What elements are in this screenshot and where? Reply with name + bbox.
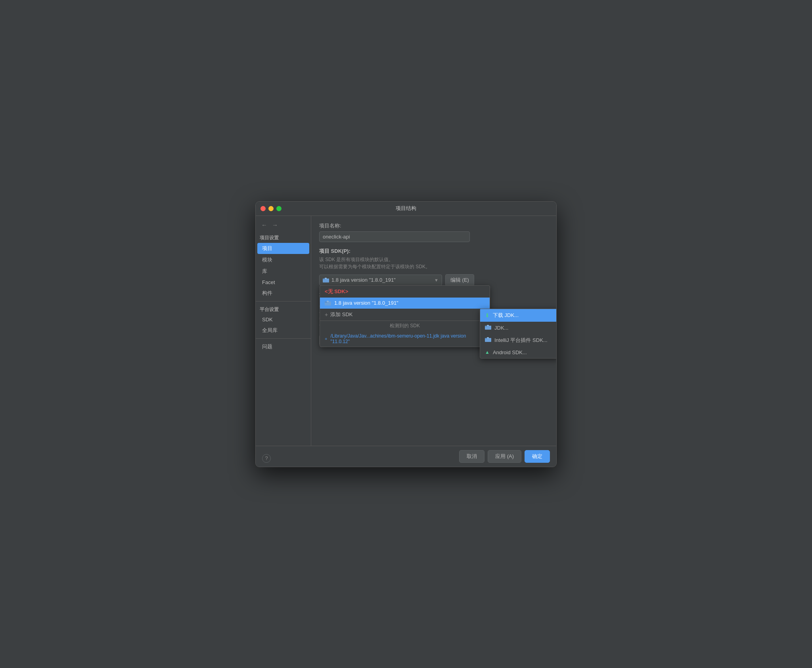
sidebar-divider-1 [256, 301, 311, 302]
sdk-dropdown-popup: <无 SDK> 1.8 java version " [320, 285, 490, 347]
sdk-dropdown[interactable]: 1.8 java version "1.8.0_191" ▼ <无 SDK> [319, 275, 442, 286]
project-name-input[interactable] [319, 231, 470, 242]
cancel-button[interactable]: 取消 [459, 450, 485, 463]
dropdown-chevron-icon: ▼ [434, 278, 439, 282]
sidebar-item-artifact[interactable]: 构件 [257, 288, 309, 299]
platform-settings-label: 平台设置 [256, 304, 311, 314]
edit-sdk-button[interactable]: 编辑 (E) [445, 274, 474, 286]
sdk-section-title: 项目 SDK(P): [319, 248, 548, 255]
project-name-label: 项目名称: [319, 222, 548, 229]
svg-rect-11 [487, 337, 489, 338]
close-button[interactable] [260, 206, 266, 211]
content-area: 项目名称: 项目 SDK(P): 该 SDK 是所有项目模块的默认值。 可以根据… [311, 216, 556, 446]
dropdown-item-no-sdk[interactable]: <无 SDK> [320, 286, 490, 298]
back-arrow[interactable]: ← [260, 221, 269, 229]
sidebar-item-problems[interactable]: 问题 [257, 341, 309, 352]
project-settings-label: 项目设置 [256, 232, 311, 242]
submenu-jdk[interactable]: JDK... [480, 322, 556, 334]
maximize-button[interactable] [276, 206, 282, 211]
svg-rect-5 [327, 301, 329, 302]
bottom-bar: ? 取消 应用 (A) 确定 [256, 446, 556, 467]
ok-button[interactable]: 确定 [525, 450, 550, 463]
add-sdk-submenu: ⬇ 下载 JDK... [480, 309, 556, 359]
sidebar-item-modules[interactable]: 模块 [257, 254, 309, 265]
sidebar: ← → 项目设置 项目 模块 库 Facet 构件 平台设置 SDK [256, 216, 311, 446]
sidebar-divider-2 [256, 338, 311, 339]
minimize-button[interactable] [268, 206, 274, 211]
main-layout: ← → 项目设置 项目 模块 库 Facet 构件 平台设置 SDK [256, 216, 556, 446]
svg-rect-4 [325, 302, 327, 303]
project-structure-window: 项目结构 ← → 项目设置 项目 模块 库 Facet 构件 [255, 201, 557, 467]
apply-button[interactable]: 应用 (A) [488, 450, 521, 463]
plus-icon: + [325, 311, 328, 318]
sidebar-item-project[interactable]: 项目 [257, 243, 309, 254]
add-sdk-label: 添加 SDK [330, 311, 352, 318]
android-sdk-label: Android SDK... [493, 349, 527, 355]
svg-rect-10 [485, 338, 487, 339]
svg-rect-1 [323, 279, 325, 280]
intellij-sdk-label: IntelliJ 平台插件 SDK... [494, 337, 548, 344]
help-button[interactable]: ? [262, 454, 271, 463]
submenu-android-sdk[interactable]: ▲ Android SDK... [480, 347, 556, 358]
download-icon: ⬇ [485, 312, 490, 319]
no-sdk-label: <无 SDK> [325, 288, 348, 295]
detected-sdk-header: 检测到的 SDK [320, 321, 490, 331]
sdk-folder-icon [323, 277, 329, 283]
sidebar-item-facet[interactable]: Facet [257, 277, 309, 287]
sdk-current-value: 1.8 java version "1.8.0_191" [331, 277, 396, 283]
sdk-description: 该 SDK 是所有项目模块的默认值。 可以根据需要为每个模块配置特定于该模块的 … [319, 256, 548, 270]
window-title: 项目结构 [396, 205, 416, 212]
dropdown-item-sdk18[interactable]: 1.8 java version "1.8.0_191" [320, 298, 490, 309]
submenu-download-jdk[interactable]: ⬇ 下载 JDK... [480, 309, 556, 322]
sdk18-label: 1.8 java version "1.8.0_191" [334, 300, 398, 306]
svg-rect-8 [487, 325, 489, 326]
jdk-label: JDK... [494, 325, 508, 331]
forward-arrow[interactable]: → [270, 221, 280, 229]
download-jdk-label: 下载 JDK... [493, 312, 519, 319]
jdk-folder-icon [485, 324, 491, 331]
submenu-intellij-sdk[interactable]: IntelliJ 平台插件 SDK... [480, 334, 556, 347]
titlebar: 项目结构 [256, 202, 556, 216]
sidebar-item-library[interactable]: 库 [257, 266, 309, 277]
plus-detected-icon: + [325, 336, 327, 341]
sdk-dropdown-left: 1.8 java version "1.8.0_191" [323, 277, 396, 283]
intellij-icon [485, 337, 491, 344]
dropdown-item-detected[interactable]: + /Library/Java/Jav...achines/ibm-semeru… [320, 331, 490, 347]
android-icon: ▲ [485, 349, 490, 355]
nav-arrows: ← → [256, 219, 311, 231]
sidebar-item-global-library[interactable]: 全局库 [257, 325, 309, 336]
sdk18-folder-icon [325, 300, 331, 306]
sidebar-item-sdk[interactable]: SDK [257, 315, 309, 324]
svg-rect-7 [485, 326, 487, 327]
sdk-row: 1.8 java version "1.8.0_191" ▼ <无 SDK> [319, 274, 548, 286]
traffic-lights [260, 206, 282, 211]
detected-path-label: /Library/Java/Jav...achines/ibm-semeru-o… [330, 333, 485, 344]
dropdown-item-add-sdk[interactable]: + 添加 SDK ▶ ⬇ 下载 JDK... [320, 309, 490, 321]
svg-rect-2 [325, 278, 327, 279]
